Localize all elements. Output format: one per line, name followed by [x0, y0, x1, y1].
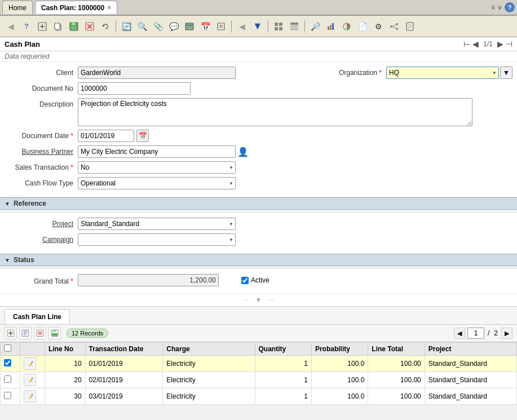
down-button[interactable]: ▼ [250, 19, 265, 34]
active-checkbox[interactable] [241, 277, 249, 284]
client-field[interactable] [78, 67, 236, 79]
data-required-notice: Data requeried [0, 51, 517, 62]
tab-home-label: Home [8, 4, 26, 12]
svg-rect-19 [275, 27, 278, 30]
docdate-wrapper: 📅 [78, 130, 149, 142]
docno-field[interactable] [78, 82, 191, 95]
row-edit-button[interactable]: 📝 [24, 390, 36, 403]
bizpartner-label[interactable]: Business Partner [5, 145, 78, 156]
org-dropdown-button[interactable]: ▼ [500, 67, 512, 79]
reference-section-header[interactable]: ▼ Reference [0, 197, 517, 210]
row-transdate: 02/01/2019 [85, 372, 163, 388]
report-button[interactable] [324, 19, 338, 34]
zoom-button[interactable]: 🔍 [135, 19, 149, 34]
project-select[interactable]: Standard_Standard Other [78, 218, 236, 230]
tab-list: Home Cash Plan: 1000000 × [2, 1, 117, 14]
page-counter: 1/1 [483, 40, 493, 48]
cashflowtype-select[interactable]: Operational Investing Financing [78, 177, 236, 189]
row-edit-cell: 📝 [20, 356, 45, 372]
attach-button[interactable]: 📎 [151, 19, 165, 34]
settings-button[interactable]: ⚙ [371, 19, 386, 34]
reference-form-area: Project Standard_Standard Other Campaign [0, 213, 517, 254]
chevron-icon[interactable]: ∨ [497, 3, 502, 11]
row-transdate: 03/01/2019 [85, 388, 163, 405]
workflow-button[interactable] [387, 19, 401, 34]
refresh-button[interactable]: 🔄 [119, 19, 134, 34]
svg-point-30 [396, 28, 398, 30]
close-icon[interactable]: × [108, 5, 111, 11]
prev-button[interactable]: ◀ [235, 19, 249, 34]
grid-edit-button[interactable] [19, 327, 32, 339]
back-button[interactable]: ◀ [3, 19, 18, 34]
lookup-button[interactable]: 🔎 [308, 19, 322, 34]
new-button[interactable] [35, 19, 50, 34]
row-checkbox-cell [1, 372, 20, 388]
select-all-checkbox[interactable] [4, 344, 11, 352]
grid-save-button[interactable] [48, 327, 61, 339]
salestrans-select[interactable]: No Yes [78, 161, 236, 174]
project-select-wrapper: Standard_Standard Other [78, 218, 236, 230]
doc-button[interactable]: 📄 [355, 19, 370, 34]
row-checkbox[interactable] [4, 375, 11, 383]
org-label: Organization * [319, 67, 386, 77]
row-quantity: 1 [255, 356, 311, 372]
calendar-button[interactable]: 📅 [198, 19, 213, 34]
row-checkbox[interactable] [4, 359, 11, 366]
grid-page-input[interactable] [467, 328, 484, 339]
bizpartner-icon-button[interactable]: 👤 [237, 145, 249, 158]
help-circle-icon[interactable]: ? [505, 2, 515, 12]
grid-view-button[interactable] [271, 19, 286, 34]
calendar-picker-button[interactable]: 📅 [136, 130, 149, 142]
row-probability: 100.0 [311, 388, 368, 405]
bizpartner-field[interactable] [78, 145, 236, 158]
note-button[interactable]: 💬 [166, 19, 181, 34]
copy-button[interactable] [51, 19, 65, 34]
row-checkbox[interactable] [4, 392, 11, 399]
grid-table: Line No Transaction Date Charge Quantity… [0, 342, 517, 405]
first-page-button[interactable]: ⊢ [463, 39, 470, 48]
menu-icon[interactable]: ≡ [491, 3, 495, 11]
export-button[interactable] [403, 19, 417, 34]
prev-page-button[interactable]: ◀ [472, 39, 479, 48]
task-button[interactable] [214, 19, 228, 34]
svg-rect-18 [279, 23, 282, 26]
grid-header-row: Line No Transaction Date Charge Quantity… [1, 343, 517, 356]
scroll-right-dots[interactable]: ··· [268, 296, 274, 304]
tab-cashplan[interactable]: Cash Plan: 1000000 × [35, 1, 117, 14]
chart-button[interactable] [339, 19, 354, 34]
grid-new-button[interactable] [5, 327, 17, 339]
salestrans-row: Sales Transaction * No Yes [0, 161, 517, 174]
grid-delete-button[interactable] [34, 327, 46, 339]
help-button[interactable]: ? [19, 19, 34, 34]
last-page-button[interactable]: ⊣ [506, 39, 512, 48]
scroll-left-dots[interactable]: ··· [243, 296, 249, 304]
tab-cashplanline[interactable]: Cash Plan Line [5, 309, 70, 324]
campaign-select[interactable] [78, 233, 236, 246]
project-label[interactable]: Project [5, 218, 78, 228]
scroll-down-arrow[interactable]: ▼ [255, 296, 262, 304]
row-checkbox-cell [1, 356, 20, 372]
status-section-header[interactable]: ▼ Status [0, 254, 517, 266]
row-linetotal: 100.00 [368, 356, 425, 372]
row-edit-button[interactable]: 📝 [24, 374, 36, 386]
grid-prev-page-button[interactable]: ◀ [454, 328, 465, 339]
undo-button[interactable] [98, 19, 113, 34]
grid-next-page-button[interactable]: ▶ [501, 328, 512, 339]
grid-page-total: 2 [493, 329, 499, 337]
delete-button[interactable] [82, 19, 97, 34]
org-field[interactable] [386, 67, 499, 79]
form-view-button[interactable] [287, 19, 302, 34]
col-header-charge: Charge [163, 343, 255, 356]
campaign-label[interactable]: Campaign [5, 233, 78, 244]
project-row: Project Standard_Standard Other [0, 218, 517, 230]
desc-field[interactable]: Projection of Electricity costs [78, 98, 472, 126]
archive-button[interactable] [182, 19, 197, 34]
row-quantity: 1 [255, 372, 311, 388]
next-page-button[interactable]: ▶ [497, 39, 503, 48]
docdate-field[interactable] [78, 130, 134, 142]
row-edit-button[interactable]: 📝 [24, 357, 36, 370]
tab-home[interactable]: Home [2, 1, 33, 14]
tab-cashplanline-label: Cash Plan Line [13, 313, 61, 321]
save-button[interactable] [67, 19, 81, 34]
svg-point-29 [396, 23, 398, 25]
